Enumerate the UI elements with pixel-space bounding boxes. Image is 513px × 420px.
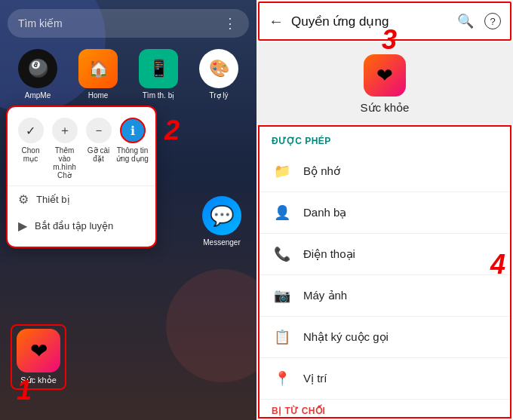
- ctx-them-label: Thêm vào m.hình Chờ: [48, 146, 81, 179]
- ctx-thongtin-label: Thông tin ứng dụng: [116, 146, 149, 163]
- messenger-icon: 💬: [202, 196, 241, 235]
- dien-thoai-label: Điện thoại: [303, 247, 355, 261]
- bo-nho-label: Bộ nhớ: [303, 164, 340, 178]
- back-button[interactable]: ←: [269, 13, 284, 30]
- context-menu-icons: ✓ Chon mục ＋ Thêm vào m.hình Chờ － Gỡ cà…: [8, 115, 155, 186]
- app-info-name: Sức khỏe: [361, 101, 410, 115]
- vi-tri-label: Vị trí: [303, 372, 327, 385]
- app-item-ampme[interactable]: 🎱 AmpMe: [18, 49, 57, 100]
- denied-section-label: BỊ TỪ CHỐI: [260, 400, 510, 418]
- nhat-ky-icon: 📋: [272, 326, 293, 348]
- app-info-icon: ❤: [364, 54, 406, 97]
- ctx-go-label: Gỡ cài đặt: [82, 146, 115, 163]
- perm-dien-thoai[interactable]: 📞 Điện thoại: [260, 234, 510, 275]
- context-menu: ✓ Chon mục ＋ Thêm vào m.hình Chờ － Gỡ cà…: [6, 106, 157, 248]
- left-panel: Tìm kiếm ⋮ 🎱 AmpMe 🏠 Home 📱 Tìm th. bị 🎨…: [0, 0, 256, 420]
- search-bar[interactable]: Tìm kiếm ⋮: [8, 9, 249, 38]
- perm-nhat-ky[interactable]: 📋 Nhật ký cuộc gọi: [260, 317, 510, 358]
- vi-tri-icon: 📍: [272, 368, 293, 389]
- step-number-1: 1: [17, 375, 32, 406]
- finddev-label: Tìm th. bị: [143, 91, 174, 100]
- go-cai-circle: －: [86, 118, 112, 143]
- chon-muc-circle: ✓: [18, 118, 44, 143]
- ctx-chon-label: Chon mục: [14, 146, 48, 163]
- bo-nho-icon: 📁: [272, 161, 293, 182]
- messenger-app[interactable]: 💬 Messenger: [202, 196, 241, 247]
- suc-khoe-icon-big: ❤: [17, 329, 60, 372]
- ctx-chon-muc[interactable]: ✓ Chon mục: [14, 118, 48, 179]
- allowed-section-label: ĐƯỢC PHÉP: [260, 127, 510, 151]
- bat-dau-icon: ▶: [18, 219, 27, 233]
- perm-vi-tri[interactable]: 📍 Vị trí: [260, 358, 510, 400]
- perm-bo-nho[interactable]: 📁 Bộ nhớ: [260, 151, 510, 192]
- step-number-2: 2: [164, 115, 180, 146]
- thong-tin-circle: ℹ: [120, 118, 146, 143]
- bat-dau-label: Bắt đầu tập luyện: [35, 220, 113, 231]
- assistant-icon: 🎨: [199, 49, 238, 88]
- app-item-assistant[interactable]: 🎨 Trợ lý: [199, 49, 238, 100]
- app-item-home[interactable]: 🏠 Home: [78, 49, 118, 100]
- search-icon[interactable]: 🔍: [457, 13, 474, 29]
- home-icon: 🏠: [78, 49, 118, 88]
- thiet-bi-label: Thiết bị: [36, 194, 70, 205]
- step-number-3: 3: [382, 24, 397, 56]
- assistant-label: Trợ lý: [209, 91, 228, 100]
- ctx-item-bat-dau[interactable]: ▶ Bắt đầu tập luyện: [8, 213, 155, 239]
- app-item-finddev[interactable]: 📱 Tìm th. bị: [139, 49, 178, 100]
- danh-ba-label: Danh bạ: [303, 206, 346, 219]
- them-vao-circle: ＋: [52, 118, 78, 143]
- header-icons: 🔍 ?: [457, 13, 501, 29]
- ctx-go-cai[interactable]: － Gỡ cài đặt: [82, 118, 115, 179]
- dien-thoai-icon: 📞: [272, 244, 293, 265]
- ctx-item-thiet-bi[interactable]: ⚙ Thiết bị: [8, 186, 155, 213]
- right-panel: ← Quyền ứng dụng 🔍 ? ❤ Sức khỏe ĐƯỢC PHÉ…: [256, 0, 513, 420]
- step-number-4: 4: [490, 249, 505, 281]
- ampme-icon: 🎱: [18, 49, 57, 88]
- thiet-bi-icon: ⚙: [18, 192, 29, 207]
- finddev-icon: 📱: [139, 49, 178, 88]
- permissions-section: ĐƯỢC PHÉP 📁 Bộ nhớ 👤 Danh bạ 📞 Điện thoạ…: [258, 125, 511, 418]
- home-label: Home: [88, 91, 109, 100]
- danh-ba-icon: 👤: [272, 202, 293, 223]
- messenger-label: Messenger: [203, 238, 240, 247]
- help-icon[interactable]: ?: [484, 13, 501, 29]
- ctx-them-vao[interactable]: ＋ Thêm vào m.hình Chờ: [48, 118, 81, 179]
- page-title: Quyền ứng dụng: [291, 14, 450, 29]
- ctx-thong-tin[interactable]: ℹ Thông tin ứng dụng: [116, 118, 149, 179]
- app-row: 🎱 AmpMe 🏠 Home 📱 Tìm th. bị 🎨 Trợ lý: [0, 49, 256, 100]
- may-anh-icon: 📷: [272, 285, 293, 306]
- may-anh-label: Máy ảnh: [303, 289, 347, 302]
- search-text: Tìm kiếm: [18, 17, 63, 29]
- perm-danh-ba[interactable]: 👤 Danh bạ: [260, 192, 510, 234]
- perm-may-anh[interactable]: 📷 Máy ảnh: [260, 275, 510, 317]
- ampme-label: AmpMe: [25, 91, 51, 100]
- menu-dots-icon[interactable]: ⋮: [223, 15, 238, 32]
- nhat-ky-label: Nhật ký cuộc gọi: [303, 330, 389, 344]
